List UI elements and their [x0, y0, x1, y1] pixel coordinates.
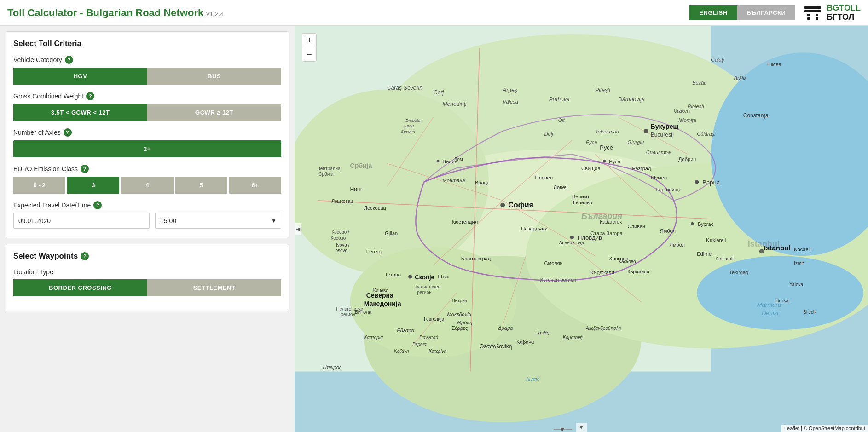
svg-text:Търново: Търново	[572, 200, 592, 205]
svg-text:Gjilan: Gjilan	[385, 230, 398, 236]
svg-text:Constanţa: Constanţa	[743, 112, 769, 119]
svg-text:Србија: Србија	[318, 172, 333, 177]
euro-5-button[interactable]: 5	[175, 177, 227, 194]
svg-text:Θεσσαλονίκη: Θεσσαλονίκη	[480, 343, 512, 350]
svg-text:Русе: Русе	[600, 144, 613, 151]
time-select-wrapper: 15:00 00:00 01:00 02:00 03:00 04:00 05:0…	[155, 213, 281, 229]
app-title: Toll Calculator - Bulgarian Road Network…	[7, 7, 224, 19]
date-input[interactable]	[13, 213, 150, 229]
svg-text:Кичево: Кичево	[373, 288, 388, 293]
svg-text:Istanbul: Istanbul	[764, 244, 791, 252]
time-select[interactable]: 15:00 00:00 01:00 02:00 03:00 04:00 05:0…	[155, 213, 281, 229]
svg-text:Galaţi: Galaţi	[711, 57, 724, 63]
axles-group: 2+	[13, 140, 281, 157]
euro-4-button[interactable]: 4	[121, 177, 173, 194]
svg-text:Штип: Штип	[438, 274, 450, 279]
svg-point-40	[436, 160, 439, 162]
svg-text:Бургас: Бургас	[698, 221, 713, 227]
svg-point-38	[603, 160, 606, 162]
svg-text:Източен регион: Източен регион	[540, 277, 577, 282]
euro-label-text: EURO Emission Class	[13, 165, 78, 173]
svg-point-147	[759, 249, 764, 253]
svg-text:Κοζάνη: Κοζάνη	[394, 349, 409, 354]
toll-criteria-title-text: Select Toll Criteria	[13, 39, 81, 48]
svg-text:Кърджали: Кърджали	[590, 270, 614, 275]
svg-text:Turnu: Turnu	[403, 124, 414, 128]
svg-text:Пазарджик: Пазарджик	[521, 226, 547, 231]
svg-text:Стара Загора: Стара Загора	[590, 230, 623, 236]
vehicle-category-help-icon[interactable]: ?	[65, 56, 73, 64]
vehicle-category-label-text: Vehicle Category	[13, 56, 62, 63]
svg-text:Велико: Велико	[572, 194, 589, 199]
weight-low-button[interactable]: 3,5T < GCWR < 12T	[13, 104, 147, 121]
map-scroll-left-icon[interactable]: ◀	[295, 223, 301, 235]
brand-latin: BGTOLL	[827, 4, 861, 13]
svg-text:Монтана: Монтана	[443, 178, 465, 183]
waypoints-card: Select Waypoints ? Location Type BORDER …	[6, 244, 289, 311]
svg-text:Добрич: Добрич	[678, 156, 696, 162]
svg-text:Косово: Косово	[330, 236, 346, 241]
svg-text:Търговище: Търговище	[655, 187, 682, 192]
svg-text:централна: централна	[318, 166, 341, 171]
svg-text:Ήπειρος: Ήπειρος	[322, 364, 342, 370]
gross-weight-help-icon[interactable]: ?	[86, 92, 94, 100]
axles-2plus-button[interactable]: 2+	[13, 140, 281, 157]
svg-text:София: София	[508, 201, 533, 209]
svg-text:Казанлък: Казанлък	[600, 219, 622, 225]
svg-text:Асеновград: Асеновград	[559, 240, 584, 245]
waypoints-help-icon[interactable]: ?	[81, 252, 89, 260]
svg-text:Лом: Лом	[454, 157, 463, 162]
svg-point-36	[695, 180, 699, 184]
svg-text:Teleorman: Teleorman	[595, 129, 619, 134]
axles-help-icon[interactable]: ?	[64, 128, 72, 137]
euro-0-2-button[interactable]: 0 - 2	[13, 177, 65, 194]
svg-text:osovo: osovo	[335, 248, 347, 253]
euro-6plus-button[interactable]: 6+	[229, 177, 281, 194]
svg-text:▼: ▼	[559, 426, 566, 432]
svg-text:Враца: Враца	[475, 180, 490, 185]
map-scroll-bottom-icon[interactable]: ▼	[576, 423, 587, 432]
axles-label-text: Number of Axles	[13, 129, 61, 136]
lang-bulgarian-button[interactable]: БЪЛГАРСКИ	[737, 5, 796, 20]
zoom-in-button[interactable]: +	[302, 34, 316, 47]
zoom-out-button[interactable]: −	[302, 47, 316, 61]
svg-text:Σέρρες: Σέρρες	[452, 325, 468, 331]
svg-text:Mehedinţi: Mehedinţi	[443, 101, 467, 107]
bus-button[interactable]: BUS	[147, 68, 281, 85]
svg-text:Кюстендил: Кюстендил	[452, 219, 478, 225]
hgv-button[interactable]: HGV	[13, 68, 147, 85]
attribution-text: Leaflet | © OpenStreetMap contribut	[784, 426, 865, 431]
bgtoll-logo-icon	[803, 3, 823, 23]
svg-text:Urziceni: Urziceni	[674, 109, 690, 114]
location-type-section: Location Type BORDER CROSSING SETTLEMENT	[13, 268, 281, 296]
svg-text:Călăraşi: Călăraşi	[697, 131, 716, 137]
svg-point-31	[644, 129, 648, 133]
svg-text:Косово /: Косово /	[331, 230, 349, 235]
svg-text:Dolj: Dolj	[544, 131, 554, 137]
map-area[interactable]: София Букурещ Bucureşti Пловдив Варна Ру…	[295, 26, 868, 432]
svg-text:Dâmboviţa: Dâmboviţa	[618, 96, 645, 103]
weight-high-button[interactable]: GCWR ≥ 12T	[147, 104, 281, 121]
svg-rect-5	[807, 17, 810, 20]
brand-cyrillic: БГТОЛ	[827, 13, 861, 22]
svg-text:Руce: Руce	[586, 139, 597, 145]
brand-text: BGTOLL БГТОЛ	[827, 4, 861, 22]
svg-text:Македонија: Македонија	[364, 300, 401, 307]
toll-criteria-title: Select Toll Criteria	[13, 39, 281, 48]
svg-text:Сливен: Сливен	[627, 224, 645, 229]
travel-datetime-help-icon[interactable]: ?	[93, 201, 102, 209]
svg-text:Ferizaj: Ferizaj	[366, 249, 382, 254]
svg-text:Αιγαίο: Αιγαίο	[525, 376, 539, 382]
lang-english-button[interactable]: ENGLISH	[689, 5, 737, 20]
svg-text:Izmit: Izmit	[794, 261, 804, 266]
euro-3-button[interactable]: 3	[67, 177, 119, 194]
svg-text:Кърджали: Кърджали	[627, 269, 649, 274]
svg-text:Kocaeli: Kocaeli	[794, 247, 810, 252]
settlement-button[interactable]: SETTLEMENT	[147, 279, 281, 296]
border-crossing-button[interactable]: BORDER CROSSING	[13, 279, 147, 296]
svg-text:Плевен: Плевен	[535, 175, 553, 180]
svg-point-34	[570, 236, 574, 239]
brand-logo: BGTOLL БГТОЛ	[803, 3, 861, 23]
euro-help-icon[interactable]: ?	[81, 165, 89, 173]
euro-group: 0 - 2 3 4 5 6+	[13, 177, 281, 194]
